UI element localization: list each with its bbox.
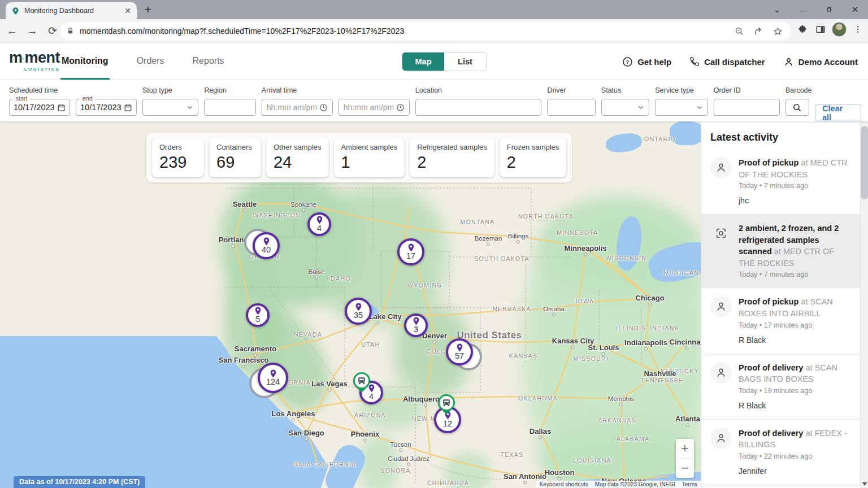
region-input[interactable] — [204, 99, 255, 116]
page-scrollbar[interactable] — [860, 121, 868, 488]
extensions-puzzle-icon[interactable] — [796, 23, 809, 36]
primary-nav: Monitoring Orders Reports — [60, 43, 225, 80]
svg-text:?: ? — [626, 58, 630, 64]
forward-icon[interactable]: → — [24, 23, 41, 40]
call-dispatcher-label: Call dispatcher — [704, 57, 765, 67]
map-cluster-marker[interactable]: 35 — [345, 298, 372, 325]
data-timestamp-badge: Data as of 10/17/2023 4:20 PM (CST) — [14, 476, 145, 488]
order-id-input[interactable] — [714, 99, 780, 116]
scan-icon — [715, 227, 727, 239]
nav-monitoring[interactable]: Monitoring — [60, 43, 110, 80]
driver-input[interactable] — [547, 99, 595, 116]
activity-item[interactable]: Proof of pickup at MED CTR OF THE ROCKIE… — [701, 149, 860, 215]
location-input[interactable] — [415, 99, 542, 116]
window-chevron-icon[interactable]: ⌄ — [764, 0, 790, 19]
activity-time: Today • 7 minutes ago — [739, 271, 852, 278]
map-canvas[interactable]: WASHINGTONMONTANAOREGONIDAHONORTH DAKOTA… — [0, 121, 701, 488]
url-text: momentdash.com/monitoring/map?f.schedule… — [80, 27, 727, 36]
map-cluster-marker[interactable]: 4 — [307, 212, 331, 236]
map-data-credit: Map data ©2023 Google, INEGI — [592, 481, 679, 488]
scrollbar-thumb[interactable] — [861, 126, 868, 199]
barcode-label: Barcode — [785, 86, 809, 95]
person-icon — [715, 300, 727, 313]
toggle-map-button[interactable]: Map — [402, 53, 444, 71]
account-menu[interactable]: Demo Account — [783, 56, 858, 67]
cluster-count: 35 — [354, 311, 363, 320]
logo-text-start: m — [9, 50, 23, 66]
cluster-count: 3 — [414, 325, 418, 334]
stop-type-select[interactable] — [142, 99, 198, 116]
lock-icon — [67, 27, 74, 35]
cluster-count: 4 — [317, 224, 322, 233]
favicon-pin-icon — [11, 7, 20, 15]
activity-item[interactable]: 2 ambient, 2 frozen, and 2 refrigerated … — [701, 215, 860, 288]
vehicle-marker[interactable] — [438, 394, 455, 411]
call-dispatcher-button[interactable]: Call dispatcher — [689, 56, 765, 67]
terms-link[interactable]: Terms — [679, 481, 701, 488]
map-cluster-marker[interactable]: 57 — [446, 338, 473, 365]
clear-all-button[interactable]: Clear all — [815, 104, 861, 121]
new-tab-button[interactable]: + — [145, 3, 151, 16]
reload-icon[interactable]: ⟳ — [44, 23, 61, 40]
nav-orders[interactable]: Orders — [136, 43, 166, 80]
address-bar[interactable]: momentdash.com/monitoring/map?f.schedule… — [60, 22, 791, 40]
toggle-list-button[interactable]: List — [444, 53, 486, 71]
activity-list: Proof of pickup at MED CTR OF THE ROCKIE… — [701, 149, 860, 485]
arrival-time-label: Arrival time — [262, 86, 410, 95]
region-label: Region — [204, 86, 255, 95]
end-date-field[interactable]: end 10/17/2023 — [76, 99, 137, 116]
activity-item[interactable]: Proof of pickup at SCAN BOXES INTO AIRBI… — [701, 288, 860, 354]
person-icon — [715, 367, 727, 379]
cluster-count: 12 — [443, 420, 452, 428]
side-panel-icon[interactable] — [814, 23, 827, 36]
cluster-count: 4 — [369, 393, 374, 401]
map-cluster-marker[interactable]: 5 — [246, 303, 270, 327]
tab-close-icon[interactable]: ✕ — [124, 6, 131, 15]
window-minimize-button[interactable]: — — [790, 0, 816, 19]
stat-value: 2 — [417, 154, 487, 172]
pin-icon — [316, 216, 323, 224]
zoom-in-button[interactable]: + — [676, 439, 694, 458]
zoom-out-button[interactable]: − — [676, 459, 694, 478]
truck-icon — [441, 398, 452, 407]
activity-item[interactable]: Proof of delivery at FEDEX - BILLINGS To… — [701, 420, 860, 485]
cluster-count: 5 — [255, 315, 260, 324]
menu-kebab-icon[interactable] — [851, 23, 865, 36]
clock-icon[interactable] — [319, 103, 328, 112]
zoom-page-icon[interactable] — [732, 24, 746, 38]
activity-user: Jennifer — [739, 467, 852, 476]
calendar-icon[interactable] — [57, 103, 66, 112]
browser-tab[interactable]: Monitoring Dashboard ✕ — [6, 2, 137, 19]
map-cluster-marker[interactable]: 124 — [258, 363, 288, 393]
share-icon[interactable] — [752, 24, 765, 38]
window-maximize-button[interactable] — [816, 0, 842, 19]
window-close-button[interactable]: ✕ — [842, 0, 868, 19]
chevron-down-icon — [696, 104, 703, 111]
get-help-button[interactable]: ? Get help — [622, 56, 671, 67]
back-icon[interactable]: ← — [3, 23, 20, 40]
activity-item[interactable]: Proof of delivery at SCAN BAGS INTO BOXE… — [701, 354, 860, 420]
stat-card: Ambient samples 1 — [334, 138, 405, 177]
activity-title: Latest activity — [701, 121, 860, 149]
start-date-field[interactable]: start 10/17/2023 — [9, 99, 70, 116]
arrival-start-input[interactable]: hh:mm am/pm — [262, 99, 333, 116]
arrival-end-input[interactable]: hh:mm am/pm — [338, 99, 410, 116]
map-zoom-control: + − — [676, 439, 694, 478]
barcode-search-button[interactable] — [785, 99, 809, 116]
vehicle-marker[interactable] — [353, 372, 370, 389]
profile-avatar[interactable] — [832, 22, 847, 37]
service-type-select[interactable] — [655, 99, 708, 116]
clock-icon[interactable] — [396, 103, 405, 112]
nav-reports[interactable]: Reports — [192, 43, 225, 80]
scrollbar-down-arrow[interactable] — [862, 482, 867, 486]
stat-value: 24 — [274, 154, 322, 172]
calendar-icon[interactable] — [124, 103, 132, 112]
stats-panel: Orders 239 Containers 69 Other samples 2… — [146, 133, 572, 182]
map-cluster-marker[interactable]: 40 — [253, 232, 280, 259]
keyboard-shortcuts-link[interactable]: Keyboard shortcuts — [536, 481, 592, 488]
logo[interactable]: m ment LOGISTICS — [9, 50, 60, 72]
status-select[interactable] — [601, 99, 649, 116]
bookmark-star-icon[interactable] — [771, 24, 784, 38]
map-cluster-marker[interactable]: 17 — [397, 238, 424, 265]
map-cluster-marker[interactable]: 3 — [404, 313, 428, 337]
